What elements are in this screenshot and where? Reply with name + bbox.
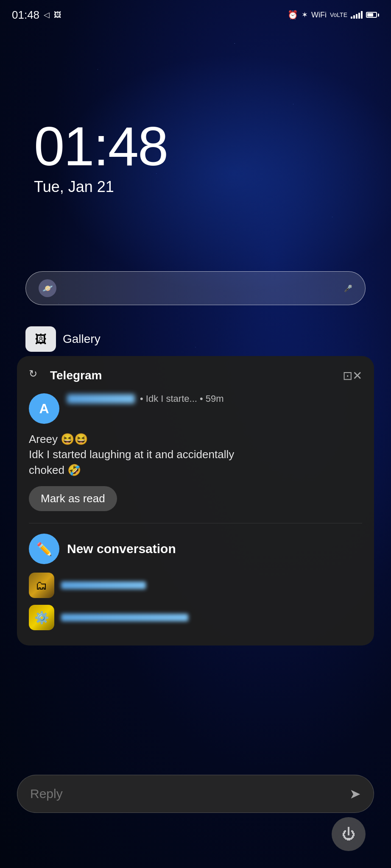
volte-icon: VoLTE [330, 11, 347, 18]
message-header-line: • Idk I starte... • 59m [67, 393, 362, 404]
sub-item-blur-2 [61, 614, 188, 621]
reply-bar[interactable]: ➤ [17, 775, 374, 813]
message-line-2: Idk I started laughing at it and acciden… [29, 447, 362, 462]
sender-avatar: A [29, 393, 59, 424]
clock-area: 01:48 Tue, Jan 21 [34, 119, 168, 196]
status-left: 01:48 ◁ 🖼 [12, 8, 61, 22]
new-conversation-avatar: ✏️ [29, 534, 59, 564]
sender-name-blurred [67, 394, 135, 403]
telegram-refresh-icon: ↻ [29, 368, 44, 383]
status-right: ⏰ ✶ WiFi VoLTE [288, 10, 379, 20]
signal-icon [351, 11, 363, 19]
gallery-status-icon: 🖼 [54, 11, 61, 19]
new-conversation-section: ✏️ New conversation 🗂 ⚙️ [29, 523, 362, 645]
message-preview: • Idk I starte... • 59m [140, 393, 224, 404]
mark-as-read-button[interactable]: Mark as read [29, 486, 117, 511]
gallery-icon: 🖼 [25, 326, 56, 352]
new-conversation-row: ✏️ New conversation [29, 534, 362, 564]
search-icon: 🪐 [39, 279, 56, 297]
power-button[interactable]: ⏻ [332, 817, 366, 851]
gallery-label: Gallery [63, 332, 101, 346]
telegram-header: ↻ Telegram ⊡✕ [29, 368, 362, 383]
sub-items: 🗂 ⚙️ [29, 573, 362, 639]
search-bar[interactable]: 🪐 🎤 [25, 271, 366, 305]
message-line-1: Areey 😆😆 [29, 431, 362, 447]
clock-time: 01:48 [34, 119, 168, 174]
list-item: ⚙️ [29, 605, 362, 630]
wifi-icon: WiFi [311, 11, 327, 19]
telegram-header-left: ↻ Telegram [29, 368, 102, 383]
telegram-close-button[interactable]: ⊡✕ [343, 369, 362, 383]
list-item: 🗂 [29, 573, 362, 598]
telegram-card: ↻ Telegram ⊡✕ A • Idk I starte... • 59m … [17, 356, 374, 645]
reply-input[interactable] [30, 787, 349, 801]
status-time: 01:48 [12, 8, 39, 22]
location-icon: ◁ [44, 10, 50, 19]
power-icon: ⏻ [342, 826, 355, 842]
message-line-3: choked 🤣 [29, 462, 362, 478]
message-body: Areey 😆😆 Idk I started laughing at it an… [29, 431, 362, 478]
new-conversation-label: New conversation [67, 542, 176, 556]
sub-item-icon-1: 🗂 [29, 573, 54, 598]
send-button[interactable]: ➤ [349, 786, 361, 802]
status-bar: 01:48 ◁ 🖼 ⏰ ✶ WiFi VoLTE [0, 0, 391, 30]
message-meta: • Idk I starte... • 59m [67, 393, 362, 409]
telegram-title: Telegram [50, 369, 102, 382]
gallery-stub: 🖼 Gallery [25, 326, 101, 352]
alarm-icon: ⏰ [288, 10, 298, 20]
message-row: A • Idk I starte... • 59m [29, 393, 362, 424]
bluetooth-icon: ✶ [302, 10, 308, 19]
clock-date: Tue, Jan 21 [34, 178, 168, 196]
mic-icon[interactable]: 🎤 [344, 284, 352, 292]
battery-icon [366, 12, 379, 18]
sub-item-icon-2: ⚙️ [29, 605, 54, 630]
sub-item-blur-1 [61, 581, 146, 589]
